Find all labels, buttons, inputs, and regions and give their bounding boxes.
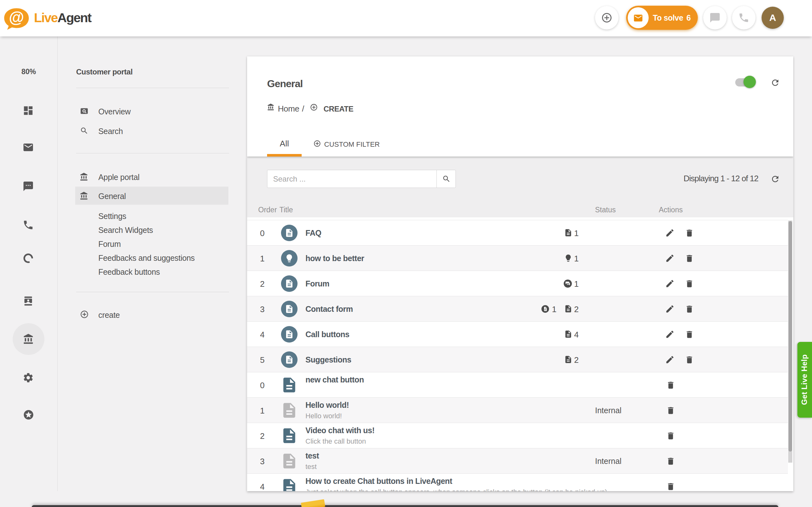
svg-text:@: @ xyxy=(9,9,24,26)
